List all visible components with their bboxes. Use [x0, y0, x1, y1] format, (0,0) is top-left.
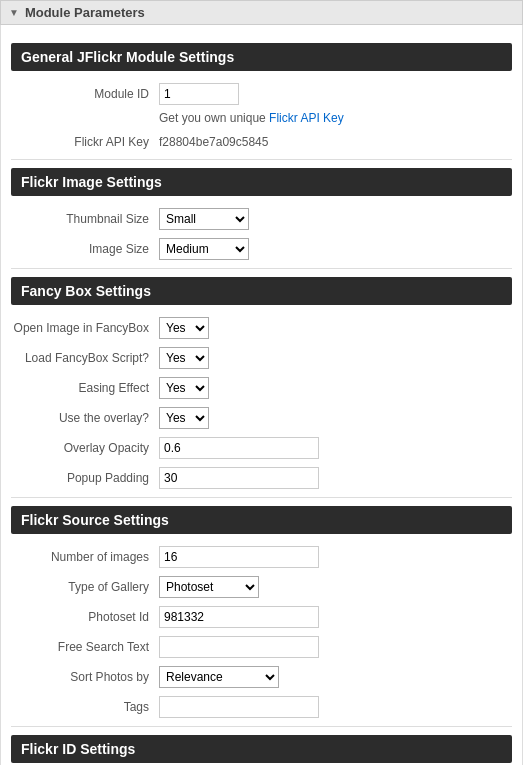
flickr-api-key-link[interactable]: Flickr API Key: [269, 111, 344, 125]
photoset-id-row: Photoset Id: [1, 602, 522, 632]
flickr-api-key-row: Flickr API Key f28804be7a09c5845: [1, 129, 522, 155]
module-parameters-panel: ▼ Module Parameters General JFlickr Modu…: [0, 0, 523, 765]
overlay-row: Use the overlay? Yes No: [1, 403, 522, 433]
photoset-id-control: [159, 606, 512, 628]
sort-photos-label: Sort Photos by: [11, 670, 159, 684]
sort-photos-row: Sort Photos by Relevance Date Posted Int…: [1, 662, 522, 692]
overlay-opacity-row: Overlay Opacity: [1, 433, 522, 463]
thumbnail-size-label: Thumbnail Size: [11, 212, 159, 226]
sort-photos-select[interactable]: Relevance Date Posted Interesting Random: [159, 666, 279, 688]
general-section-header: General JFlickr Module Settings: [11, 43, 512, 71]
load-script-control: Yes No: [159, 347, 512, 369]
free-search-control: [159, 636, 512, 658]
module-id-row: Module ID: [1, 79, 522, 109]
thumbnail-size-select[interactable]: Small Medium Large: [159, 208, 249, 230]
free-search-label: Free Search Text: [11, 640, 159, 654]
module-content: General JFlickr Module Settings Module I…: [0, 25, 523, 765]
divider-1: [11, 159, 512, 160]
tags-row: Tags: [1, 692, 522, 722]
overlay-select[interactable]: Yes No: [159, 407, 209, 429]
popup-padding-row: Popup Padding: [1, 463, 522, 493]
flickr-id-section-header: Flickr ID Settings: [11, 735, 512, 763]
overlay-opacity-label: Overlay Opacity: [11, 441, 159, 455]
open-image-row: Open Image in FancyBox Yes No: [1, 313, 522, 343]
easing-row: Easing Effect Yes No: [1, 373, 522, 403]
module-id-label: Module ID: [11, 87, 159, 101]
flickr-api-key-value: f28804be7a09c5845: [159, 135, 268, 149]
tags-control: [159, 696, 512, 718]
photoset-id-input[interactable]: [159, 606, 319, 628]
divider-3: [11, 497, 512, 498]
gallery-type-select[interactable]: Photoset User Group Tags: [159, 576, 259, 598]
module-header-title: Module Parameters: [25, 5, 145, 20]
load-script-label: Load FancyBox Script?: [11, 351, 159, 365]
open-image-select[interactable]: Yes No: [159, 317, 209, 339]
popup-padding-label: Popup Padding: [11, 471, 159, 485]
easing-label: Easing Effect: [11, 381, 159, 395]
num-images-row: Number of images: [1, 542, 522, 572]
open-image-control: Yes No: [159, 317, 512, 339]
thumbnail-size-control: Small Medium Large: [159, 208, 512, 230]
image-size-label: Image Size: [11, 242, 159, 256]
easing-select[interactable]: Yes No: [159, 377, 209, 399]
image-size-row: Image Size Small Medium Large: [1, 234, 522, 264]
flickr-api-key-label: Flickr API Key: [11, 135, 159, 149]
image-size-control: Small Medium Large: [159, 238, 512, 260]
photoset-id-label: Photoset Id: [11, 610, 159, 624]
source-section-header: Flickr Source Settings: [11, 506, 512, 534]
popup-padding-control: [159, 467, 512, 489]
load-script-row: Load FancyBox Script? Yes No: [1, 343, 522, 373]
module-id-control: [159, 83, 512, 105]
gallery-type-row: Type of Gallery Photoset User Group Tags: [1, 572, 522, 602]
gallery-type-label: Type of Gallery: [11, 580, 159, 594]
open-image-label: Open Image in FancyBox: [11, 321, 159, 335]
flickr-api-key-control: f28804be7a09c5845: [159, 135, 512, 149]
divider-4: [11, 726, 512, 727]
num-images-label: Number of images: [11, 550, 159, 564]
overlay-label: Use the overlay?: [11, 411, 159, 425]
thumbnail-size-row: Thumbnail Size Small Medium Large: [1, 204, 522, 234]
module-id-input[interactable]: [159, 83, 239, 105]
fancybox-section-header: Fancy Box Settings: [11, 277, 512, 305]
overlay-control: Yes No: [159, 407, 512, 429]
tags-label: Tags: [11, 700, 159, 714]
gallery-type-control: Photoset User Group Tags: [159, 576, 512, 598]
free-search-input[interactable]: [159, 636, 319, 658]
sort-photos-control: Relevance Date Posted Interesting Random: [159, 666, 512, 688]
image-size-select[interactable]: Small Medium Large: [159, 238, 249, 260]
num-images-input[interactable]: [159, 546, 319, 568]
overlay-opacity-input[interactable]: [159, 437, 319, 459]
tags-input[interactable]: [159, 696, 319, 718]
api-info-row: Get you own unique Flickr API Key: [1, 109, 522, 129]
num-images-control: [159, 546, 512, 568]
collapse-icon[interactable]: ▼: [9, 7, 19, 18]
module-header: ▼ Module Parameters: [0, 0, 523, 25]
overlay-opacity-control: [159, 437, 512, 459]
image-section-header: Flickr Image Settings: [11, 168, 512, 196]
easing-control: Yes No: [159, 377, 512, 399]
free-search-row: Free Search Text: [1, 632, 522, 662]
popup-padding-input[interactable]: [159, 467, 319, 489]
divider-2: [11, 268, 512, 269]
load-script-select[interactable]: Yes No: [159, 347, 209, 369]
